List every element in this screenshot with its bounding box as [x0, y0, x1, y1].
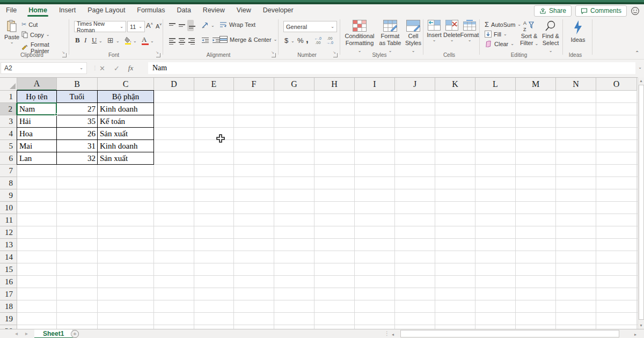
- align-left-button[interactable]: [169, 37, 175, 46]
- scroll-right-icon[interactable]: ▸: [634, 331, 636, 338]
- row-header-6[interactable]: 6: [0, 152, 17, 165]
- align-right-button[interactable]: [188, 37, 195, 46]
- row-header-10[interactable]: 10: [0, 202, 17, 214]
- clear-button[interactable]: Clear ⌄: [485, 41, 514, 47]
- cancel-button[interactable]: ✕: [99, 64, 105, 72]
- column-header-I[interactable]: I: [355, 78, 395, 91]
- cut-button[interactable]: ✂ Cut: [21, 21, 38, 28]
- find-select-button[interactable]: Find &Select ⌄: [540, 20, 561, 54]
- cell-C3[interactable]: Kế toán: [98, 115, 154, 128]
- cell-styles-button[interactable]: Cell Styles ⌄: [404, 20, 422, 54]
- autosum-button[interactable]: Σ AutoSum ⌄: [485, 20, 521, 28]
- column-header-M[interactable]: M: [516, 78, 556, 91]
- ideas-button[interactable]: Ideas: [568, 20, 588, 43]
- cell-A6[interactable]: Lan: [17, 152, 57, 165]
- tab-view[interactable]: View: [231, 4, 257, 17]
- cell-C1[interactable]: Bộ phận: [98, 91, 154, 103]
- row-header-16[interactable]: 16: [0, 276, 17, 288]
- column-header-L[interactable]: L: [475, 78, 516, 91]
- row-header-2[interactable]: 2: [0, 103, 17, 115]
- sheet-nav-arrows[interactable]: ◂▸: [15, 330, 35, 336]
- row-header-11[interactable]: 11: [0, 214, 17, 226]
- row-header-13[interactable]: 13: [0, 239, 17, 251]
- column-header-D[interactable]: D: [154, 78, 194, 91]
- row-header-17[interactable]: 17: [0, 288, 17, 300]
- column-header-H[interactable]: H: [314, 78, 355, 91]
- cell-A4[interactable]: Hoa: [17, 128, 57, 140]
- row-header-1[interactable]: 1: [0, 91, 17, 103]
- scroll-down-icon[interactable]: ▾: [638, 322, 644, 329]
- formula-input[interactable]: Nam: [148, 62, 635, 74]
- cell-B6[interactable]: 32: [57, 152, 98, 165]
- column-header-O[interactable]: O: [596, 78, 637, 91]
- vertical-scrollbar[interactable]: ▴ ▾: [638, 77, 644, 329]
- collapse-ribbon-button[interactable]: ⌃: [635, 50, 639, 56]
- delete-cells-button[interactable]: Delete ⌄: [444, 20, 460, 42]
- orientation-button[interactable]: [201, 21, 209, 29]
- horizontal-scroll-thumb[interactable]: [400, 330, 619, 337]
- row-header-12[interactable]: 12: [0, 226, 17, 239]
- cell-B3[interactable]: 35: [57, 115, 98, 128]
- accounting-format-button[interactable]: $: [284, 36, 288, 45]
- italic-button[interactable]: I: [84, 36, 86, 45]
- fill-button[interactable]: Fill ⌄: [485, 31, 507, 38]
- scroll-up-icon[interactable]: ▴: [638, 77, 644, 84]
- fill-color-button[interactable]: [125, 36, 132, 45]
- paste-button[interactable]: Paste ⌄: [4, 20, 19, 45]
- column-header-J[interactable]: J: [395, 78, 435, 91]
- select-all-corner[interactable]: [0, 78, 17, 91]
- cell-B5[interactable]: 31: [57, 140, 98, 152]
- font-dialog-launcher[interactable]: [156, 53, 160, 57]
- row-header-5[interactable]: 5: [0, 140, 17, 152]
- bold-button[interactable]: B: [75, 36, 80, 45]
- align-center-button[interactable]: [179, 37, 185, 46]
- cell-A1[interactable]: Họ tên: [17, 91, 57, 103]
- grow-font-button[interactable]: A˄: [146, 21, 153, 30]
- vertical-scroll-thumb[interactable]: [639, 85, 644, 320]
- align-top-button[interactable]: [169, 22, 175, 27]
- tab-formulas[interactable]: Formulas: [131, 4, 171, 17]
- merge-center-button[interactable]: Merge & Center ⌄: [219, 36, 277, 43]
- percent-style-button[interactable]: %: [297, 36, 304, 45]
- row-header-3[interactable]: 3: [0, 115, 17, 128]
- clipboard-dialog-launcher[interactable]: [62, 53, 67, 57]
- namebox-splitter[interactable]: ⋮: [92, 65, 98, 71]
- number-format-combo[interactable]: General ⌄: [283, 21, 337, 32]
- column-header-E[interactable]: E: [194, 78, 234, 91]
- font-size-combo[interactable]: 11 ⌄: [127, 21, 145, 32]
- wrap-text-button[interactable]: Wrap Text: [219, 21, 255, 28]
- underline-button[interactable]: U: [92, 36, 97, 45]
- cell-A3[interactable]: Hải: [17, 115, 57, 128]
- shrink-font-button[interactable]: A˅: [156, 23, 162, 30]
- font-color-button[interactable]: A: [142, 35, 149, 45]
- font-name-combo[interactable]: Times New Roman ⌄: [74, 21, 126, 32]
- column-header-N[interactable]: N: [556, 78, 596, 91]
- row-header-20[interactable]: 20: [0, 325, 17, 329]
- sheet-tab-sheet1[interactable]: Sheet1: [34, 329, 73, 338]
- tab-insert[interactable]: Insert: [53, 4, 82, 17]
- insert-cells-button[interactable]: Insert ⌄: [426, 20, 442, 42]
- enter-button[interactable]: ✓: [114, 64, 120, 72]
- row-header-7[interactable]: 7: [0, 165, 17, 177]
- add-sheet-button[interactable]: +: [71, 330, 79, 338]
- name-box[interactable]: A2 ⌄: [1, 62, 87, 74]
- cell-B1[interactable]: Tuổi: [57, 91, 98, 103]
- row-header-8[interactable]: 8: [0, 177, 17, 189]
- column-header-G[interactable]: G: [274, 78, 314, 91]
- borders-button[interactable]: ⊞: [107, 36, 114, 45]
- tab-data[interactable]: Data: [171, 4, 196, 17]
- row-header-18[interactable]: 18: [0, 300, 17, 313]
- cell-B4[interactable]: 26: [57, 128, 98, 140]
- cell-C6[interactable]: Sản xuất: [98, 152, 154, 165]
- scroll-left-icon[interactable]: ◂: [392, 331, 394, 338]
- tab-page-layout[interactable]: Page Layout: [82, 4, 131, 17]
- align-middle-button[interactable]: [179, 23, 185, 28]
- tab-home[interactable]: Home: [23, 4, 53, 17]
- hscroll-splitter[interactable]: ⋮: [384, 330, 390, 336]
- align-bottom-button[interactable]: [187, 20, 194, 31]
- cell-A5[interactable]: Mai: [17, 140, 57, 152]
- tab-file[interactable]: File: [0, 4, 23, 17]
- copy-button[interactable]: Copy ⌄: [21, 31, 49, 38]
- share-button[interactable]: Share: [534, 5, 572, 17]
- comments-button[interactable]: Comments: [575, 5, 627, 17]
